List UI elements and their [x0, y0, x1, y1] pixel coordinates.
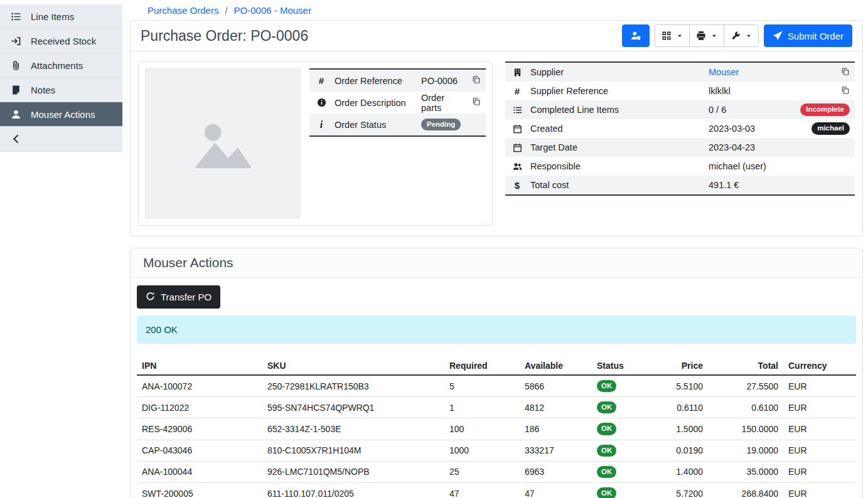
detail-extra	[472, 75, 481, 86]
detail-row-order-status: iOrder StatusPending	[309, 114, 486, 135]
sidebar-item-received-stock[interactable]: Received Stock	[0, 29, 122, 53]
mouser-actions-header: Mouser Actions	[131, 248, 862, 278]
user-shield-button[interactable]	[622, 24, 650, 47]
table-cell: 35.0000	[708, 461, 783, 482]
note-icon	[10, 85, 21, 95]
printer-icon	[696, 31, 706, 41]
table-row: DIG-112022595-SN74HCS74QPWRQ114812OK0.61…	[137, 397, 856, 418]
table-cell: OK	[592, 375, 655, 397]
ok-badge: OK	[597, 401, 616, 413]
detail-value: 2023-03-03	[709, 124, 805, 134]
detail-value: 2023-04-23	[709, 142, 844, 152]
detail-label: Order Reference	[335, 76, 415, 86]
ok-badge: OK	[597, 466, 616, 478]
sidebar-collapse-button[interactable]	[0, 127, 122, 152]
copy-button[interactable]	[472, 97, 481, 108]
column-header-required: Required	[444, 357, 520, 375]
copy-button[interactable]	[841, 67, 850, 78]
hash-icon: #	[510, 87, 524, 96]
ok-badge: OK	[597, 487, 616, 498]
column-header-price: Price	[655, 357, 708, 375]
table-cell: EUR	[783, 483, 856, 498]
column-header-currency: Currency	[783, 357, 856, 375]
sign-in-icon	[10, 36, 21, 46]
detail-value: Order parts	[421, 93, 466, 113]
calendar-icon	[510, 124, 524, 134]
table-row: CAP-043046810-C1005X7R1H104M1000333217OK…	[137, 440, 856, 461]
order-info-table: SupplierMouser#Supplier Referencelklklkl…	[505, 61, 855, 196]
copy-icon	[472, 97, 481, 108]
transfer-po-button[interactable]: Transfer PO	[137, 285, 220, 309]
sidebar-item-label: Mouser Actions	[31, 109, 95, 120]
chevron-left-icon	[10, 134, 21, 144]
sidebar-item-line-items[interactable]: Line Items	[0, 4, 122, 29]
table-cell: 0.0190	[655, 440, 708, 461]
mouser-actions-body: Transfer PO 200 OK IPNSKURequiredAvailab…	[131, 278, 862, 498]
breadcrumb-link-purchase-orders[interactable]: Purchase Orders	[147, 5, 218, 16]
table-cell: OK	[592, 440, 655, 461]
purchase-order-body: #Order ReferencePO-0006Order Description…	[131, 51, 862, 236]
person-shield-icon	[631, 31, 641, 41]
column-header-status: Status	[592, 357, 655, 375]
transfer-po-label: Transfer PO	[161, 292, 212, 302]
detail-extra	[472, 97, 481, 108]
copy-button[interactable]	[841, 86, 850, 97]
table-cell: EUR	[783, 461, 856, 482]
order-image-placeholder[interactable]	[145, 68, 301, 219]
table-cell: 810-C1005X7R1H104M	[262, 440, 444, 461]
column-header-ipn: IPN	[137, 357, 262, 375]
calendar-icon	[510, 143, 524, 152]
detail-row-created: Created2023-03-03michael	[505, 119, 855, 138]
users-icon	[510, 162, 524, 171]
detail-row-completed-line-items: Completed Line Items0 / 6Incomplete	[505, 100, 855, 119]
table-cell: 5.7200	[655, 483, 708, 498]
table-cell: 652-3314Z-1-503E	[262, 418, 444, 440]
sidebar-item-label: Attachments	[31, 60, 83, 71]
table-cell: 6963	[520, 461, 592, 482]
print-actions-dropdown[interactable]	[689, 24, 724, 47]
sidebar-item-mouser-actions[interactable]: Mouser Actions	[0, 102, 122, 127]
header-actions: Submit Order	[622, 24, 852, 47]
sidebar-item-attachments[interactable]: Attachments	[0, 53, 122, 78]
barcode-actions-dropdown[interactable]	[655, 24, 690, 47]
table-cell: OK	[592, 461, 655, 482]
table-cell: 150.0000	[708, 418, 783, 440]
ok-badge: OK	[597, 445, 616, 457]
detail-extra	[841, 86, 850, 97]
copy-icon	[472, 75, 481, 86]
sidebar-item-notes[interactable]: Notes	[0, 78, 122, 102]
detail-row-order-description: Order DescriptionOrder parts	[309, 92, 486, 114]
list-check-icon	[510, 105, 524, 115]
results-head: IPNSKURequiredAvailableStatusPriceTotalC…	[137, 357, 856, 375]
table-cell: OK	[592, 418, 655, 440]
detail-value: lklklkl	[709, 86, 835, 96]
table-cell: 1	[444, 397, 520, 418]
list-icon	[10, 11, 21, 22]
order-actions-dropdown[interactable]	[724, 24, 759, 47]
main-content: Purchase Orders / PO-0006 - Mouser Purch…	[122, 0, 868, 498]
detail-label: Order Status	[335, 120, 415, 130]
copy-button[interactable]	[472, 75, 481, 86]
table-cell: EUR	[783, 397, 856, 418]
caret-down-icon	[711, 33, 717, 39]
button-label: Submit Order	[788, 31, 844, 41]
building-icon	[510, 68, 524, 77]
table-cell: EUR	[783, 375, 856, 397]
table-header-row: IPNSKURequiredAvailableStatusPriceTotalC…	[137, 357, 856, 375]
table-cell: EUR	[783, 440, 856, 461]
breadcrumb-link-current-order[interactable]: PO-0006 - Mouser	[234, 5, 311, 16]
badge-incomplete: Incomplete	[800, 103, 850, 115]
sidebar-item-label: Line Items	[31, 11, 74, 22]
breadcrumb: Purchase Orders / PO-0006 - Mouser	[130, 0, 863, 20]
submit-order-button[interactable]: Submit Order	[764, 24, 852, 47]
caret-down-icon	[677, 33, 683, 39]
detail-row-target-date: Target Date2023-04-23	[505, 138, 855, 157]
detail-label: Created	[530, 124, 702, 134]
table-cell: 19.0000	[708, 440, 783, 461]
table-cell: CAP-043046	[137, 440, 262, 461]
detail-label: Supplier	[530, 67, 702, 77]
link-mouser[interactable]: Mouser	[709, 67, 739, 77]
table-cell: 333217	[520, 440, 592, 461]
table-cell: 47	[444, 483, 520, 498]
table-cell: ANA-100044	[137, 461, 262, 482]
